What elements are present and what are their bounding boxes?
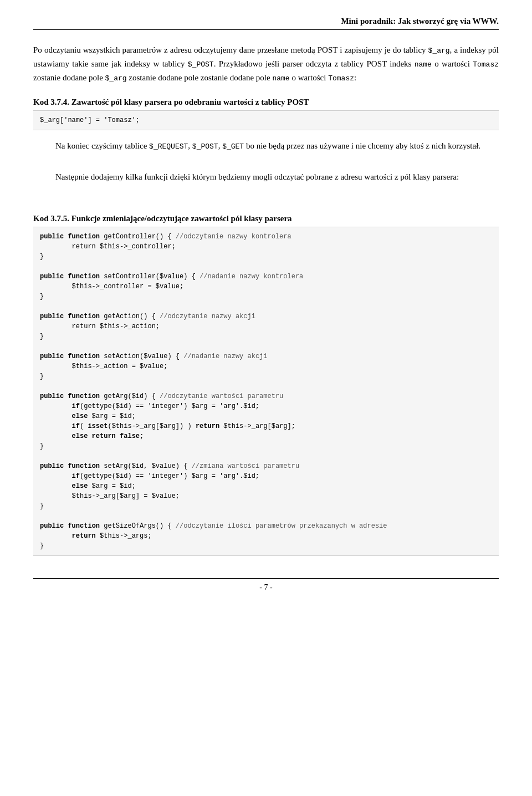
kw-function-1: function — [68, 233, 100, 241]
page-number: - 7 - — [259, 583, 272, 591]
kw-function-6: function — [68, 462, 100, 470]
kw-function-3: function — [68, 313, 100, 320]
kod374-code-block: $_arg['name'] = 'Tomasz'; — [33, 110, 499, 130]
kw-public-2: public — [40, 273, 68, 280]
kw-function-5: function — [68, 392, 100, 400]
p2-text2: bo nie będą przez nas używane i nie chce… — [244, 141, 480, 150]
p2-code2: $_POST — [192, 142, 218, 151]
kod374-heading: Kod 3.7.4. Zawartość pól klasy parsera p… — [33, 98, 499, 107]
paragraph-2: Na koniec czyścimy tablice $_REQUEST, $_… — [55, 139, 499, 153]
p2-text1: Na koniec czyścimy tablice — [55, 141, 149, 150]
p1-code2: $_POST — [188, 60, 214, 69]
kw-public-1: public — [40, 233, 68, 241]
p1-end3b: zostanie dodane pole — [127, 73, 201, 82]
p1-code5: $_arg — [105, 74, 127, 83]
kw-public-4: public — [40, 353, 68, 360]
p1-end: . Przykładowo jeśli parser odczyta z tab… — [214, 59, 415, 68]
p1-pole: zostanie dodane pole — [201, 73, 273, 82]
kw-public-7: public — [40, 522, 68, 530]
p2-sep1: , — [188, 141, 192, 150]
p2-code3: $_GET — [222, 142, 244, 151]
p2-code1: $_REQUEST — [149, 142, 188, 151]
p1-code1: $_arg — [428, 47, 450, 55]
kw-public-3: public — [40, 313, 68, 320]
kod375-heading: Kod 3.7.5. Funkcje zmieniające/odczytują… — [33, 214, 499, 223]
kw-function-2: function — [68, 273, 100, 280]
p1-code3: name — [415, 60, 432, 69]
p1-code7: Tomasz — [328, 74, 354, 83]
kw-public-5: public — [40, 392, 68, 400]
code-line-5: getArg($id) { //odczytanie wartości para… — [40, 392, 295, 450]
p1-end4: o wartości — [290, 73, 329, 82]
page-title: Mini poradnik: Jak stworzyć grę via WWW. — [33, 17, 499, 30]
paragraph-3: Następnie dodajemy kilka funkcji dzięki … — [55, 170, 499, 183]
p1-mid2: o wartości — [432, 59, 473, 68]
kod375-code-block: public function getController() { //odcz… — [33, 227, 499, 556]
p1-code4: Tomasz — [473, 60, 499, 69]
p1-text1: Po odczytaniu wszystkich parametrów z ad… — [33, 45, 428, 54]
kw-function-4: function — [68, 353, 100, 360]
p1-colon: : — [354, 73, 356, 82]
kw-public-6: public — [40, 462, 68, 470]
p1-code6: name — [272, 74, 289, 83]
kw-function-7: function — [68, 522, 100, 530]
paragraph-1: Po odczytaniu wszystkich parametrów z ad… — [33, 43, 499, 84]
p1-end2b: zostanie dodane pole — [33, 73, 105, 82]
page-footer: - 7 - — [33, 578, 499, 592]
